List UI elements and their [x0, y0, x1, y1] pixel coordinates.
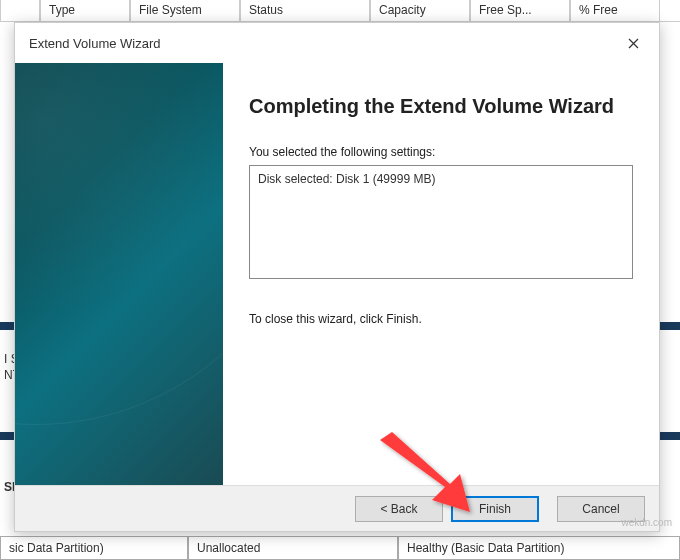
col-status[interactable]: Status	[240, 0, 370, 21]
bg-footer-row: sic Data Partition) Unallocated Healthy …	[0, 536, 680, 560]
bg-partition-cell: Healthy (Basic Data Partition)	[398, 536, 680, 560]
dialog-content: Completing the Extend Volume Wizard You …	[15, 63, 659, 491]
settings-summary-box[interactable]	[249, 165, 633, 279]
col-pctfree[interactable]: % Free	[570, 0, 660, 21]
wizard-heading: Completing the Extend Volume Wizard	[249, 93, 633, 119]
wizard-main-panel: Completing the Extend Volume Wizard You …	[223, 63, 659, 491]
col-type[interactable]: Type	[40, 0, 130, 21]
finish-button[interactable]: Finish	[451, 496, 539, 522]
back-button[interactable]: < Back	[355, 496, 443, 522]
extend-volume-wizard-dialog: Extend Volume Wizard Completing the Exte…	[14, 22, 660, 532]
titlebar: Extend Volume Wizard	[15, 23, 659, 63]
wizard-side-graphic	[15, 63, 223, 491]
close-icon	[628, 38, 639, 49]
col-freespace[interactable]: Free Sp...	[470, 0, 570, 21]
settings-label: You selected the following settings:	[249, 145, 633, 159]
bg-partition-cell: sic Data Partition)	[0, 536, 188, 560]
close-instruction: To close this wizard, click Finish.	[249, 312, 633, 326]
bg-column-headers: Type File System Status Capacity Free Sp…	[0, 0, 680, 22]
dialog-title: Extend Volume Wizard	[29, 36, 161, 51]
watermark: wekdn.com	[621, 517, 672, 528]
col-capacity[interactable]: Capacity	[370, 0, 470, 21]
bg-partition-cell: Unallocated	[188, 536, 398, 560]
col-filesystem[interactable]: File System	[130, 0, 240, 21]
button-bar: < Back Finish Cancel	[15, 485, 659, 531]
close-button[interactable]	[617, 31, 649, 55]
